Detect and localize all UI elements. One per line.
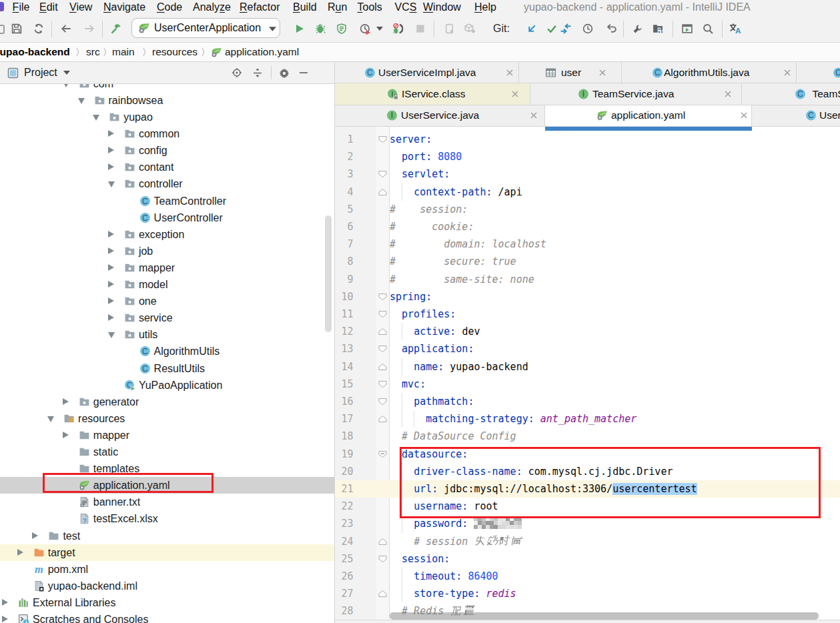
tree-item-testexcel.xlsx[interactable]: testExcel.xlsx: [0, 510, 334, 527]
chevron-collapsed-icon[interactable]: [2, 616, 8, 622]
fold-end-icon[interactable]: [378, 533, 387, 550]
tree-item-contant[interactable]: contant: [0, 159, 334, 175]
close-icon[interactable]: [783, 68, 792, 77]
tree-item-scratches-and-consoles[interactable]: Scratches and Consoles: [0, 611, 334, 623]
save-icon[interactable]: [11, 23, 22, 35]
run-with-coverage-icon[interactable]: [336, 23, 347, 34]
tree-item-banner.txt[interactable]: banner.txt: [0, 494, 334, 510]
chevron-expanded-icon[interactable]: [93, 115, 99, 121]
tree-item-yupao[interactable]: yupao: [0, 109, 334, 125]
tree-item-algorithmutils[interactable]: AlgorithmUtils: [0, 343, 334, 360]
chevron-collapsed-icon[interactable]: [108, 264, 114, 271]
tree-item-templates[interactable]: templates: [0, 460, 334, 477]
tree-item-controller[interactable]: controller: [0, 175, 334, 192]
breadcrumb-item-application.yaml[interactable]: application.yaml: [225, 43, 299, 61]
fold-end-icon[interactable]: [378, 183, 387, 201]
tree-item-common[interactable]: common: [0, 125, 334, 142]
fold-start-icon[interactable]: [378, 340, 387, 358]
chevron-collapsed-icon[interactable]: [63, 398, 69, 405]
fold-end-icon[interactable]: [378, 585, 387, 602]
menu-analyze[interactable]: Analyze: [193, 0, 231, 15]
tree-item-yupaoapplication[interactable]: YuPaoApplication: [0, 377, 334, 394]
tree-item-config[interactable]: config: [0, 142, 334, 159]
back-icon[interactable]: [60, 23, 72, 35]
chevron-collapsed-icon[interactable]: [32, 532, 38, 539]
stop-icon[interactable]: [416, 24, 426, 34]
run-icon[interactable]: [294, 23, 305, 34]
tree-item-external-libraries[interactable]: External Libraries: [0, 594, 334, 611]
search-everywhere-icon[interactable]: [703, 23, 714, 35]
fold-start-minus-icon[interactable]: [378, 446, 387, 463]
menu-refactor[interactable]: Refactor: [240, 0, 280, 15]
run-anything-icon[interactable]: [682, 23, 693, 35]
horizontal-scrollbar[interactable]: [390, 612, 819, 620]
tree-item-service[interactable]: service: [0, 309, 334, 326]
close-icon[interactable]: [529, 111, 538, 120]
tree-item-pom.xml[interactable]: pom.xml: [0, 561, 334, 578]
editor-tab-iservice.class[interactable]: IService.class: [335, 83, 530, 105]
tree-item-target[interactable]: target: [0, 544, 334, 561]
tree-item-teamcontroller[interactable]: TeamController: [0, 193, 334, 209]
vcs-rollback-icon[interactable]: [606, 23, 618, 35]
tree-item-mapper[interactable]: mapper: [0, 427, 334, 444]
menu-window[interactable]: Window: [423, 0, 461, 15]
fold-start-icon[interactable]: [378, 393, 387, 410]
tree-item-resultutils[interactable]: ResultUtils: [0, 360, 334, 377]
menu-file[interactable]: File: [13, 0, 30, 15]
editor-tab-userservice.java[interactable]: UserService.java: [335, 105, 545, 127]
tree-item-test[interactable]: test: [0, 528, 334, 544]
chevron-collapsed-icon[interactable]: [2, 599, 8, 606]
locate-icon[interactable]: [232, 67, 242, 78]
chevron-collapsed-icon[interactable]: [108, 231, 114, 237]
refresh-icon[interactable]: [33, 23, 45, 35]
hide-panel-icon[interactable]: [298, 67, 309, 78]
chevron-collapsed-icon[interactable]: [108, 163, 114, 170]
tree-item-one[interactable]: one: [0, 293, 334, 309]
forward-icon[interactable]: [83, 23, 95, 35]
chevron-down-icon[interactable]: [63, 71, 70, 75]
chevron-collapsed-icon[interactable]: [108, 147, 114, 153]
close-icon[interactable]: [723, 89, 733, 99]
device-manager-icon[interactable]: [444, 23, 456, 35]
close-icon[interactable]: [739, 111, 749, 120]
editor-tab-algorithmutils.java[interactable]: AlgorithmUtils.java: [622, 62, 797, 83]
breadcrumb-item-main[interactable]: main: [112, 43, 135, 61]
fold-start-icon[interactable]: [378, 376, 387, 393]
tree-item-mapper[interactable]: mapper: [0, 259, 334, 276]
editor-tab-teamservice.java[interactable]: TeamService.java: [530, 83, 742, 105]
menu-run[interactable]: Run: [328, 0, 347, 15]
chevron-collapsed-icon[interactable]: [108, 297, 114, 304]
chevron-expanded-icon[interactable]: [108, 181, 115, 187]
chevron-expanded-icon[interactable]: [78, 98, 85, 104]
project-scrollbar[interactable]: [325, 215, 332, 332]
build-hammer-icon[interactable]: [110, 23, 122, 35]
tree-item-generator[interactable]: generator: [0, 394, 334, 410]
vcs-commit-icon[interactable]: [546, 23, 558, 35]
fold-end-icon[interactable]: [378, 323, 387, 340]
chevron-collapsed-icon[interactable]: [108, 281, 114, 287]
editor-tab-application.yaml[interactable]: application.yaml: [545, 105, 752, 127]
menu-build[interactable]: Build: [293, 0, 317, 15]
debug-icon[interactable]: [315, 23, 326, 35]
profiler-chevron-icon[interactable]: [376, 27, 383, 31]
chevron-collapsed-icon[interactable]: [108, 314, 114, 321]
vcs-update-icon[interactable]: [526, 23, 538, 35]
translate-icon[interactable]: [729, 23, 742, 35]
breadcrumb-item-src[interactable]: src: [86, 43, 100, 61]
menu-edit[interactable]: Edit: [39, 0, 58, 15]
project-panel-title[interactable]: Project: [24, 62, 57, 83]
code-editor[interactable]: 1server:2 port: 80803 servlet:4 context-…: [335, 127, 840, 623]
tree-item-application.yaml[interactable]: application.yaml: [0, 477, 334, 494]
fold-start-icon[interactable]: [378, 305, 387, 323]
close-icon[interactable]: [598, 68, 607, 77]
tree-item-job[interactable]: job: [0, 243, 334, 259]
menu-help[interactable]: Help: [474, 0, 496, 15]
vcs-history-icon[interactable]: [582, 23, 594, 35]
chevron-collapsed-icon[interactable]: [108, 247, 114, 254]
fold-end-icon[interactable]: [378, 410, 387, 428]
editor-tab-partial[interactable]: [797, 62, 840, 83]
breadcrumb-item-resources[interactable]: resources: [152, 43, 197, 61]
menu-vcs[interactable]: VCS: [395, 0, 417, 15]
menu-code[interactable]: Code: [157, 0, 182, 15]
fold-start-icon[interactable]: [378, 288, 387, 305]
